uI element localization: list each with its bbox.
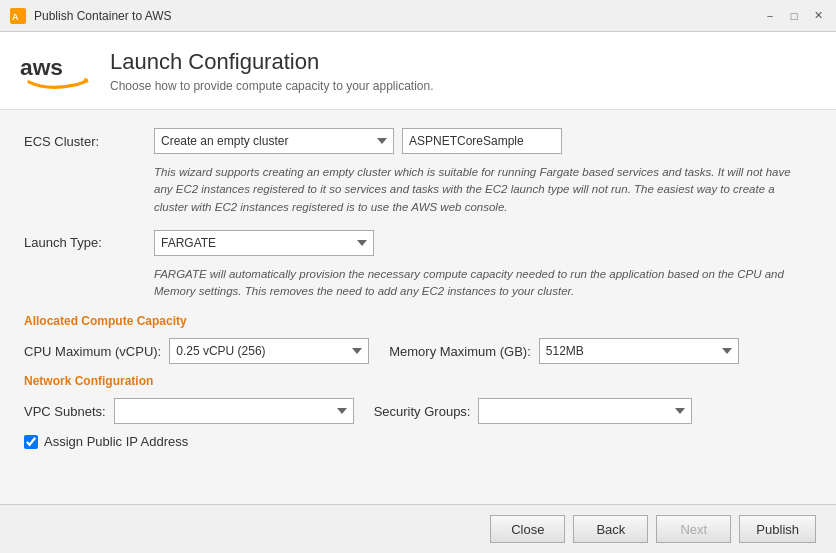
header-title: Launch Configuration <box>110 49 434 75</box>
cluster-info-text: This wizard supports creating an empty c… <box>154 164 794 216</box>
titlebar: A Publish Container to AWS − □ ✕ <box>0 0 836 32</box>
sg-select[interactable] <box>478 398 692 424</box>
cpu-select[interactable]: 0.25 vCPU (256) <box>169 338 369 364</box>
launch-type-row: Launch Type: FARGATE <box>24 230 812 256</box>
footer: Close Back Next Publish <box>0 504 836 553</box>
allocated-section-title: Allocated Compute Capacity <box>24 314 812 328</box>
launch-type-select[interactable]: FARGATE <box>154 230 374 256</box>
vpc-item: VPC Subnets: <box>24 398 354 424</box>
memory-item: Memory Maximum (GB): 512MB <box>389 338 739 364</box>
svg-marker-3 <box>83 78 89 84</box>
vpc-sg-row: VPC Subnets: Security Groups: <box>24 398 812 424</box>
ecs-cluster-row: ECS Cluster: Create an empty cluster <box>24 128 812 154</box>
svg-text:A: A <box>12 12 19 22</box>
header-text: Launch Configuration Choose how to provi… <box>110 49 434 93</box>
cpu-label: CPU Maximum (vCPU): <box>24 344 161 359</box>
assign-ip-checkbox[interactable] <box>24 435 38 449</box>
back-button[interactable]: Back <box>573 515 648 543</box>
main-window: aws Launch Configuration Choose how to p… <box>0 32 836 553</box>
publish-button[interactable]: Publish <box>739 515 816 543</box>
aws-logo: aws <box>20 48 90 93</box>
titlebar-title: Publish Container to AWS <box>34 9 172 23</box>
cpu-memory-row: CPU Maximum (vCPU): 0.25 vCPU (256) Memo… <box>24 338 812 364</box>
assign-ip-row: Assign Public IP Address <box>24 434 812 449</box>
ecs-cluster-label: ECS Cluster: <box>24 134 154 149</box>
memory-label: Memory Maximum (GB): <box>389 344 531 359</box>
content-area: ECS Cluster: Create an empty cluster Thi… <box>0 110 836 504</box>
vpc-select[interactable] <box>114 398 354 424</box>
titlebar-controls: − □ ✕ <box>762 8 826 24</box>
maximize-button[interactable]: □ <box>786 8 802 24</box>
network-section-title: Network Configuration <box>24 374 812 388</box>
close-button[interactable]: Close <box>490 515 565 543</box>
svg-text:aws: aws <box>20 54 63 80</box>
sg-item: Security Groups: <box>374 398 693 424</box>
memory-select[interactable]: 512MB <box>539 338 739 364</box>
sg-label: Security Groups: <box>374 404 471 419</box>
fargate-info-text: FARGATE will automatically provision the… <box>154 266 794 301</box>
vpc-label: VPC Subnets: <box>24 404 106 419</box>
cpu-item: CPU Maximum (vCPU): 0.25 vCPU (256) <box>24 338 369 364</box>
titlebar-icon: A <box>10 8 26 24</box>
launch-type-label: Launch Type: <box>24 235 154 250</box>
cluster-name-input[interactable] <box>402 128 562 154</box>
launch-type-control: FARGATE <box>154 230 374 256</box>
header-subtitle: Choose how to provide compute capacity t… <box>110 79 434 93</box>
next-button[interactable]: Next <box>656 515 731 543</box>
header: aws Launch Configuration Choose how to p… <box>0 32 836 110</box>
ecs-cluster-controls: Create an empty cluster <box>154 128 812 154</box>
assign-ip-label[interactable]: Assign Public IP Address <box>44 434 188 449</box>
cluster-select[interactable]: Create an empty cluster <box>154 128 394 154</box>
minimize-button[interactable]: − <box>762 8 778 24</box>
close-window-button[interactable]: ✕ <box>810 8 826 24</box>
